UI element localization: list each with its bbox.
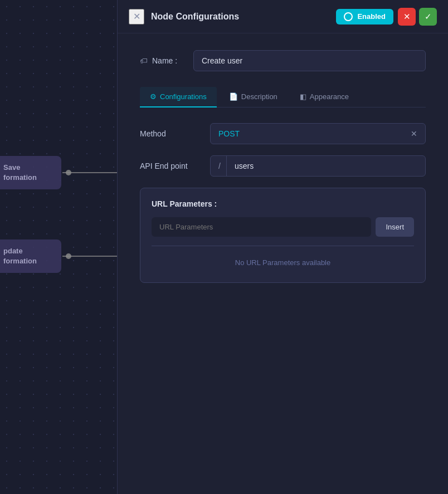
enabled-circle-icon — [344, 12, 353, 21]
method-select[interactable]: POST ✕ — [210, 123, 426, 144]
url-params-empty-label: No URL Parameters available — [152, 254, 414, 271]
node-save-label: Saveformation — [3, 163, 52, 183]
api-endpoint-input-container: / — [210, 155, 426, 177]
connector-dot-update — [66, 253, 71, 259]
tab-configurations-label: Configurations — [160, 92, 207, 101]
panel-content: 🏷 Name : ⚙ Configurations 📄 Description … — [118, 33, 448, 494]
method-label: Method — [140, 129, 201, 138]
api-endpoint-input[interactable] — [227, 156, 425, 176]
node-save[interactable]: Saveformation — [0, 156, 61, 189]
name-row: 🏷 Name : — [140, 50, 426, 71]
enabled-button[interactable]: Enabled — [336, 9, 393, 25]
tab-description-label: Description — [241, 92, 277, 101]
url-params-title: URL Parameters : — [152, 199, 414, 208]
node-update[interactable]: pdateformation — [0, 239, 61, 273]
url-params-input-row: Insert — [152, 217, 414, 237]
name-label: 🏷 Name : — [140, 56, 184, 65]
tabs: ⚙ Configurations 📄 Description ◧ Appeara… — [140, 87, 426, 107]
close-x-icon: ✕ — [133, 11, 140, 22]
url-params-input[interactable] — [152, 217, 371, 237]
canvas-area: Saveformation pdateformation — [0, 0, 117, 494]
method-value: POST — [218, 129, 240, 138]
method-row: Method POST ✕ — [140, 123, 426, 144]
method-clear-button[interactable]: ✕ — [411, 129, 417, 138]
connector-dot-save — [66, 170, 71, 175]
close-panel-button[interactable]: ✕ — [129, 9, 144, 25]
tag-icon: 🏷 — [140, 56, 148, 65]
name-input[interactable] — [193, 50, 426, 71]
tab-configurations[interactable]: ⚙ Configurations — [140, 87, 217, 107]
confirm-button[interactable]: ✓ — [419, 8, 437, 26]
configurations-icon: ⚙ — [150, 92, 157, 101]
panel: ✕ Node Configurations Enabled ✕ ✓ 🏷 Name… — [117, 0, 448, 494]
cancel-button[interactable]: ✕ — [398, 8, 416, 26]
panel-header: ✕ Node Configurations Enabled ✕ ✓ — [118, 0, 448, 33]
cancel-x-icon: ✕ — [403, 12, 411, 22]
tab-appearance[interactable]: ◧ Appearance — [290, 87, 359, 107]
api-endpoint-label: API End point — [140, 162, 201, 170]
insert-button[interactable]: Insert — [376, 217, 414, 237]
tab-description[interactable]: 📄 Description — [219, 87, 288, 107]
url-params-box: URL Parameters : Insert No URL Parameter… — [140, 188, 426, 283]
description-icon: 📄 — [229, 92, 238, 101]
enabled-label: Enabled — [357, 12, 386, 21]
appearance-icon: ◧ — [300, 92, 306, 101]
node-update-label: pdateformation — [3, 246, 52, 266]
tab-appearance-label: Appearance — [310, 92, 349, 101]
panel-title: Node Configurations — [151, 12, 336, 22]
api-endpoint-row: API End point / — [140, 155, 426, 177]
api-slash: / — [211, 156, 227, 176]
confirm-check-icon: ✓ — [425, 12, 432, 22]
url-params-divider — [152, 246, 414, 246]
